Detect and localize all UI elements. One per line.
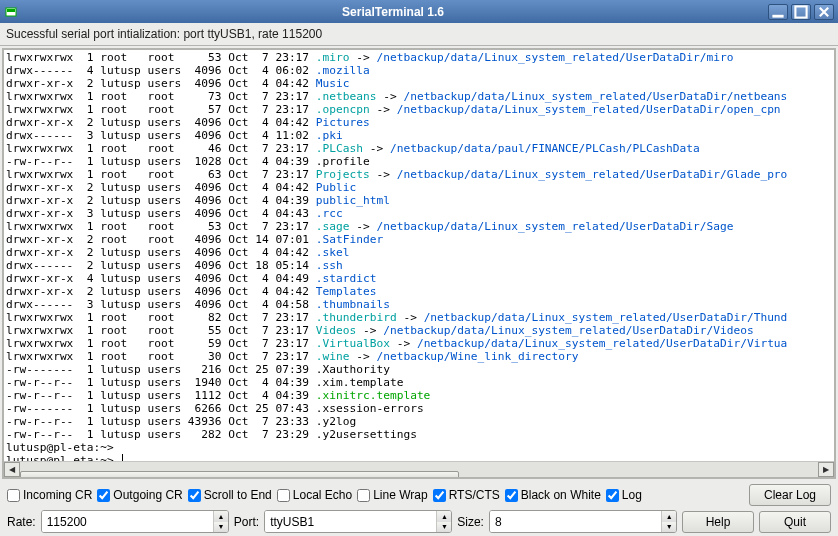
rate-input[interactable] [42, 511, 213, 532]
close-button[interactable] [814, 4, 834, 20]
outgoing-cr-label: Outgoing CR [113, 488, 182, 502]
minimize-button[interactable] [768, 4, 788, 20]
rate-label: Rate: [7, 515, 36, 529]
scroll-thumb[interactable] [20, 471, 459, 480]
local-echo-label: Local Echo [293, 488, 352, 502]
port-input[interactable] [265, 511, 436, 532]
maximize-button[interactable] [791, 4, 811, 20]
clear-log-button[interactable]: Clear Log [749, 484, 831, 506]
size-label: Size: [457, 515, 484, 529]
size-input[interactable] [490, 511, 661, 532]
terminal-output[interactable]: lrwxrwxrwx 1 root root 53 Oct 7 23:17 .m… [4, 50, 834, 461]
quit-button[interactable]: Quit [759, 511, 831, 533]
port-down-icon[interactable]: ▼ [437, 522, 451, 533]
svg-rect-3 [795, 6, 806, 17]
status-message: Sucessful serial port intialization: por… [0, 23, 838, 46]
rate-combo[interactable]: ▲▼ [41, 510, 229, 533]
controls-panel: Incoming CR Outgoing CR Scroll to End Lo… [0, 481, 838, 536]
port-combo[interactable]: ▲▼ [264, 510, 452, 533]
size-up-icon[interactable]: ▲ [662, 511, 676, 522]
horizontal-scrollbar[interactable]: ◀ ▶ [4, 461, 834, 477]
black-white-label: Black on White [521, 488, 601, 502]
window-title: SerialTerminal 1.6 [18, 5, 768, 19]
black-white-checkbox[interactable]: Black on White [505, 488, 601, 502]
incoming-cr-checkbox[interactable]: Incoming CR [7, 488, 92, 502]
svg-rect-1 [7, 9, 15, 12]
app-icon [4, 5, 18, 19]
line-wrap-checkbox[interactable]: Line Wrap [357, 488, 427, 502]
rate-up-icon[interactable]: ▲ [214, 511, 228, 522]
size-down-icon[interactable]: ▼ [662, 522, 676, 533]
port-up-icon[interactable]: ▲ [437, 511, 451, 522]
titlebar: SerialTerminal 1.6 [0, 0, 838, 23]
line-wrap-label: Line Wrap [373, 488, 427, 502]
help-button[interactable]: Help [682, 511, 754, 533]
scroll-end-checkbox[interactable]: Scroll to End [188, 488, 272, 502]
rts-cts-label: RTS/CTS [449, 488, 500, 502]
size-combo[interactable]: ▲▼ [489, 510, 677, 533]
scroll-end-label: Scroll to End [204, 488, 272, 502]
incoming-cr-label: Incoming CR [23, 488, 92, 502]
rate-down-icon[interactable]: ▼ [214, 522, 228, 533]
outgoing-cr-checkbox[interactable]: Outgoing CR [97, 488, 182, 502]
log-label: Log [622, 488, 642, 502]
port-label: Port: [234, 515, 259, 529]
svg-rect-2 [772, 14, 783, 17]
scroll-right-button[interactable]: ▶ [818, 462, 834, 477]
log-checkbox[interactable]: Log [606, 488, 642, 502]
scroll-left-button[interactable]: ◀ [4, 462, 20, 477]
local-echo-checkbox[interactable]: Local Echo [277, 488, 352, 502]
terminal-panel: lrwxrwxrwx 1 root root 53 Oct 7 23:17 .m… [2, 48, 836, 479]
rts-cts-checkbox[interactable]: RTS/CTS [433, 488, 500, 502]
